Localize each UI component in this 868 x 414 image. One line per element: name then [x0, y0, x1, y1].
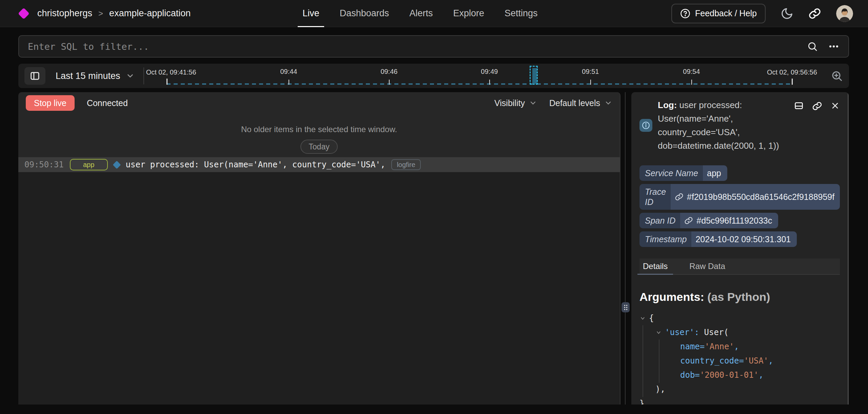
timeline-activity-spike[interactable] — [530, 66, 538, 85]
info-level-icon — [639, 119, 652, 132]
close-panel-icon[interactable] — [830, 101, 840, 110]
open-in-panel-icon[interactable] — [794, 101, 804, 110]
attribute-label: Span ID — [639, 213, 680, 228]
nav-tab-live[interactable]: Live — [292, 0, 330, 27]
attribute-badge-service-name[interactable]: Service Nameapp — [639, 165, 727, 181]
timeline-start-tick — [166, 79, 167, 85]
detail-tabs: DetailsRaw Data — [639, 258, 840, 275]
nav-tab-explore[interactable]: Explore — [443, 0, 494, 27]
copy-link-icon[interactable] — [812, 101, 822, 111]
detail-tab-raw-data[interactable]: Raw Data — [687, 258, 728, 274]
share-link-icon[interactable] — [808, 7, 821, 20]
splitter-grip-handle[interactable] — [622, 302, 630, 312]
breadcrumb-project[interactable]: example-application — [109, 8, 191, 19]
code-token: dob= — [680, 370, 700, 380]
expand-chevron-icon[interactable] — [639, 315, 649, 322]
feedback-help-button[interactable]: Feedback / Help — [671, 4, 766, 23]
breadcrumb: christophergs > example-application — [37, 8, 191, 19]
timeline-tick-mark — [590, 80, 591, 85]
theme-toggle-moon-icon[interactable] — [781, 7, 793, 20]
logfire-logo-icon[interactable] — [18, 8, 29, 19]
help-icon — [680, 8, 690, 19]
search-icon[interactable] — [807, 41, 818, 52]
breadcrumb-org[interactable]: christophergs — [37, 8, 92, 19]
timeline-tick: 09:46 — [380, 68, 397, 85]
code-line: dob='2000-01-01', — [639, 368, 840, 382]
magnifier-plus-icon — [831, 70, 843, 82]
log-message: user processed: User(name='Anne', countr… — [126, 160, 386, 169]
code-line: name='Anne', — [639, 339, 840, 354]
code-token: '2000-01-01' — [700, 370, 758, 380]
log-list-empty-area — [18, 172, 620, 405]
attribute-badge-span-id[interactable]: Span ID#d5c996f11192033c — [639, 213, 778, 228]
detail-scrollbar[interactable] — [848, 92, 849, 405]
timeline-tick-label: 09:44 — [280, 68, 297, 76]
more-options-icon[interactable] — [828, 41, 840, 52]
code-token: , — [758, 370, 763, 380]
log-timestamp: 09:50:31 — [24, 160, 64, 169]
link-icon — [684, 216, 693, 225]
timeline-end-label: Oct 02, 09:56:56 — [767, 68, 817, 76]
log-row[interactable]: 09:50:31appuser processed: User(name='An… — [18, 157, 620, 172]
timeline-tick-label: 09:46 — [380, 68, 397, 76]
attribute-badges: Service NameappTrace ID#f2019b98b550cd8a… — [639, 165, 840, 247]
empty-notice-text: No older items in the selected time wind… — [18, 125, 620, 134]
stop-live-button[interactable]: Stop live — [26, 95, 75, 111]
code-token: ), — [655, 385, 665, 394]
nav-tab-dashboards[interactable]: Dashboards — [330, 0, 399, 27]
user-avatar[interactable] — [836, 5, 853, 22]
chevron-down-icon — [126, 71, 135, 80]
code-line: { — [639, 311, 840, 325]
code-line: } — [639, 396, 840, 405]
code-line: country_code='USA', — [639, 354, 840, 368]
default-levels-dropdown[interactable]: Default levels — [549, 98, 612, 108]
sql-filter-input[interactable] — [28, 41, 807, 52]
code-token: 'USA' — [744, 356, 768, 366]
code-token: country_code= — [680, 356, 744, 366]
link-icon — [675, 192, 684, 201]
log-row-list: 09:50:31appuser processed: User(name='An… — [18, 157, 620, 172]
nav-tab-settings[interactable]: Settings — [494, 0, 548, 27]
panel-splitter[interactable] — [620, 92, 631, 405]
attribute-value: #f2019b98b550cd8a61546c2f9188959f — [671, 184, 840, 210]
code-token: , — [768, 356, 773, 366]
code-line: 'user': User( — [639, 325, 840, 339]
live-log-panel: Stop live Connected Visibility Default l… — [18, 92, 620, 405]
indent-guide — [659, 339, 659, 383]
default-levels-label: Default levels — [549, 98, 600, 108]
arguments-heading-sub: (as Python) — [707, 290, 770, 303]
log-level-diamond-icon — [113, 161, 121, 169]
chevron-down-icon — [529, 99, 537, 107]
content-panels: Stop live Connected Visibility Default l… — [18, 92, 849, 405]
today-button[interactable]: Today — [300, 140, 337, 154]
timeline-tick-mark — [691, 80, 692, 85]
attribute-value: app — [703, 165, 727, 181]
time-range-dropdown[interactable]: Last 15 minutes — [56, 71, 135, 81]
code-line: ), — [639, 382, 840, 396]
splitter-line — [625, 92, 626, 405]
attribute-label: Service Name — [639, 165, 703, 181]
timeline-tick: 09:54 — [683, 68, 700, 85]
panel-left-icon — [29, 71, 40, 81]
nav-tab-alerts[interactable]: Alerts — [399, 0, 443, 27]
code-token: User( — [704, 328, 729, 337]
detail-actions — [794, 98, 840, 152]
breadcrumb-separator-icon: > — [98, 9, 103, 18]
attribute-badge-timestamp[interactable]: Timestamp2024-10-02 09:50:31.301 — [639, 231, 797, 247]
toggle-sidebar-button[interactable] — [24, 67, 45, 85]
empty-notice-zone: No older items in the selected time wind… — [18, 114, 620, 157]
arguments-heading-main: Arguments: — [639, 290, 704, 303]
detail-title: Log: user processed: User(name='Anne', c… — [658, 98, 788, 152]
attribute-badge-trace-id[interactable]: Trace ID#f2019b98b550cd8a61546c2f9188959… — [639, 184, 840, 210]
expand-chevron-icon[interactable] — [655, 329, 665, 336]
visibility-label: Visibility — [494, 98, 525, 108]
arguments-code-tree: {'user': User(name='Anne',country_code='… — [639, 311, 840, 405]
timeline-axis[interactable]: Oct 02, 09:41:56 Oct 02, 09:56:56 09:440… — [144, 64, 827, 88]
detail-tab-details[interactable]: Details — [640, 258, 670, 274]
visibility-dropdown[interactable]: Visibility — [494, 98, 537, 108]
zoom-in-button[interactable] — [831, 70, 843, 82]
log-tag: logfire — [391, 159, 420, 170]
service-badge: app — [70, 159, 108, 170]
timeline-start-label: Oct 02, 09:41:56 — [146, 68, 196, 76]
main-nav: LiveDashboardsAlertsExploreSettings — [292, 0, 548, 27]
